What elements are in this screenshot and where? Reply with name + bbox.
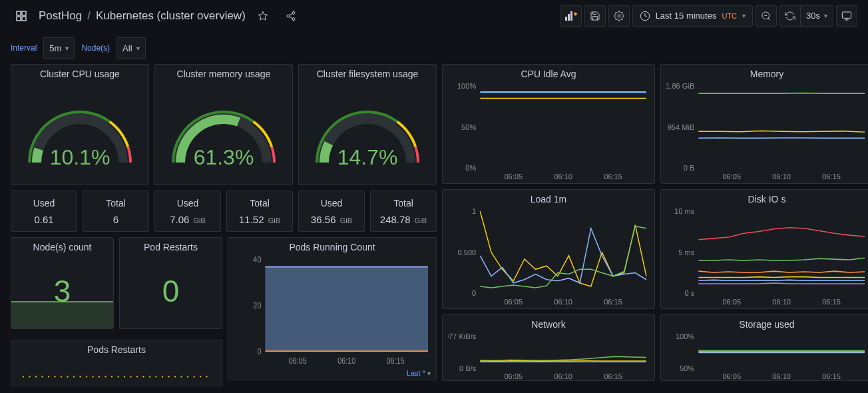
svg-text:06:10: 06:10 [554,173,572,181]
svg-text:50%: 50% [680,364,694,372]
panel-load[interactable]: Load 1m 00.500106:0506:1006:15 [442,189,655,309]
zoom-out-button[interactable] [756,5,777,27]
svg-text:0: 0 [257,346,261,356]
svg-text:06:15: 06:15 [822,173,841,181]
svg-text:0 B/s: 0 B/s [459,364,477,372]
add-panel-button[interactable] [560,5,582,27]
svg-rect-2 [17,17,21,21]
svg-text:0.500: 0.500 [458,248,477,256]
timezone-label: UTC [722,12,737,20]
stat-panel[interactable]: Total248.78 GiB [370,191,437,232]
svg-text:06:10: 06:10 [554,298,572,306]
svg-text:977 KiB/s: 977 KiB/s [448,334,477,340]
svg-text:06:05: 06:05 [504,298,523,306]
panel-memory[interactable]: Memory 0 B954 MiB1.86 GiB06:0506:1006:15 [660,64,868,184]
svg-point-49 [149,376,150,377]
svg-point-13 [618,15,620,17]
svg-text:06:15: 06:15 [822,372,841,380]
panel-network[interactable]: Network 0 B/s977 KiB/s06:0506:1006:15 [442,314,655,381]
stat-panel[interactable]: Used7.06 GiB [154,191,221,232]
svg-text:06:05: 06:05 [289,356,308,365]
svg-text:0: 0 [472,289,476,297]
favorite-button[interactable] [252,5,274,27]
svg-text:100%: 100% [457,83,476,90]
pods-running-last-link[interactable]: Last * ▾ [228,368,436,380]
panel-cluster-cpu[interactable]: Cluster CPU usage 10.1% [11,64,149,185]
chevron-down-icon: ▾ [742,12,746,19]
svg-point-54 [181,376,182,377]
svg-point-37 [73,376,75,377]
stat-panel[interactable]: Total11.52 GiB [226,191,293,232]
panel-disk-io[interactable]: Disk IO s 0 s5 ms10 ms06:0506:1006:15 [660,189,868,309]
svg-point-38 [80,376,81,377]
dashboard-grid-icon[interactable] [11,5,32,27]
panel-cluster-fs[interactable]: Cluster filesystem usage 14.7% [298,64,437,185]
panel-storage[interactable]: Storage used 50%100%06:0506:1006:15 [660,314,868,381]
svg-text:954 MiB: 954 MiB [668,123,695,131]
svg-rect-11 [568,14,570,21]
panel-cpu-idle[interactable]: CPU Idle Avg 0%50%100%06:0506:1006:15 [442,64,655,184]
svg-marker-4 [258,11,267,20]
svg-point-40 [93,376,94,377]
filter-nodes-select[interactable]: All ▾ [116,37,145,59]
filter-nodes-label: Node(s) [81,43,110,53]
filter-interval-label: Interval [11,43,37,53]
svg-point-7 [292,17,295,20]
svg-point-35 [61,376,62,377]
svg-rect-0 [17,11,21,15]
svg-rect-12 [570,11,572,21]
svg-text:06:15: 06:15 [387,356,405,365]
panel-pods-running[interactable]: Pods Running Count 0204006:0506:1006:15 … [228,237,437,380]
svg-text:0%: 0% [465,164,476,172]
stat-panel[interactable]: Used36.56 GiB [298,191,365,232]
svg-text:06:05: 06:05 [504,173,523,181]
svg-point-55 [187,376,188,377]
svg-point-52 [168,376,170,377]
svg-text:06:10: 06:10 [554,372,572,380]
breadcrumb-dashboard[interactable]: Kubernetes (cluster overview) [96,9,246,23]
svg-text:0 B: 0 B [684,164,695,172]
breadcrumb-folder[interactable]: PostHog [39,9,82,23]
save-button[interactable] [584,5,606,27]
svg-text:100%: 100% [676,334,694,340]
svg-line-8 [290,17,293,19]
svg-text:20: 20 [253,300,261,310]
panel-cluster-memory[interactable]: Cluster memory usage 61.3% [154,64,293,185]
svg-rect-18 [842,12,851,18]
share-button[interactable] [280,5,302,27]
svg-text:0 s: 0 s [685,289,695,297]
time-range-picker[interactable]: Last 15 minutes UTC ▾ [632,5,753,27]
stat-panel[interactable]: Total6 [83,191,149,232]
svg-point-47 [136,376,138,377]
panel-pods-restarts-chart[interactable]: Pods Restarts [11,340,222,386]
panel-nodes-count[interactable]: Node(s) count 3 [11,237,114,329]
refresh-interval-picker[interactable]: 30s ▾ [801,5,833,27]
svg-rect-10 [565,17,567,21]
svg-text:06:10: 06:10 [772,372,791,380]
settings-button[interactable] [608,5,630,27]
svg-text:06:10: 06:10 [772,173,791,181]
clock-icon [640,11,650,21]
svg-point-39 [86,376,87,377]
svg-point-45 [124,376,125,377]
svg-point-53 [174,376,176,377]
svg-text:06:05: 06:05 [504,372,523,380]
filter-interval-select[interactable]: 5m ▾ [43,37,75,59]
svg-point-30 [29,376,31,377]
chevron-down-icon: ▾ [65,45,69,52]
panel-pod-restarts[interactable]: Pod Restarts 0 [119,237,222,329]
svg-text:40: 40 [253,256,261,265]
svg-point-43 [111,376,112,377]
svg-point-57 [200,376,201,377]
svg-point-36 [67,376,69,377]
tv-mode-button[interactable] [836,5,857,27]
svg-text:1.86 GiB: 1.86 GiB [666,83,694,90]
stat-panel[interactable]: Used0.61 [11,191,77,232]
svg-point-48 [143,376,144,377]
chevron-down-icon: ▾ [136,45,140,52]
svg-point-5 [292,11,295,14]
refresh-button[interactable] [779,5,801,27]
svg-point-32 [42,376,43,377]
svg-text:06:15: 06:15 [822,298,841,306]
svg-text:06:05: 06:05 [722,173,741,181]
